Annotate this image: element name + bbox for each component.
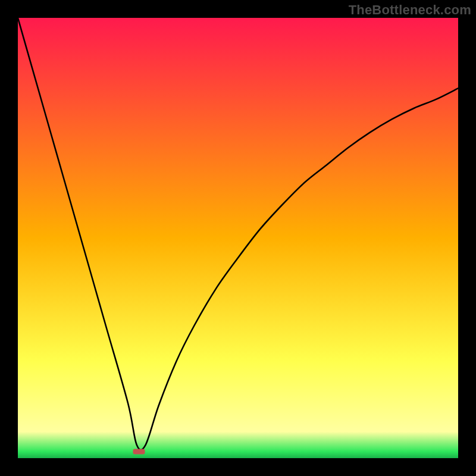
chart-frame: TheBottleneck.com [0,0,476,476]
gradient-background [18,18,458,458]
watermark-text: TheBottleneck.com [349,2,471,18]
plot-area [18,18,458,458]
minimum-marker [133,449,145,454]
bottleneck-chart [18,18,458,458]
